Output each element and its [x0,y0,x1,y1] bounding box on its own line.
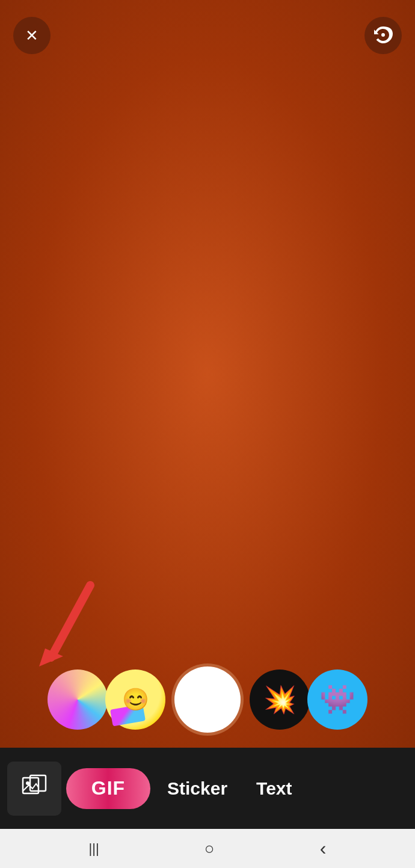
svg-marker-3 [39,648,63,666]
filter-ball-colorful[interactable] [48,669,108,730]
smiley-emoji: 😊 [122,689,149,710]
text-button[interactable]: Text [244,768,304,809]
bottom-toolbar: GIF Sticker Text [0,748,415,829]
svg-point-0 [381,33,385,37]
gif-label: GIF [91,777,125,799]
filter-ball-smiley[interactable]: 😊 [105,669,165,730]
svg-line-2 [51,585,90,657]
sticker-label: Sticker [167,778,227,799]
close-icon: ✕ [25,28,38,43]
recents-nav-icon[interactable]: ||| [89,841,99,857]
home-nav-icon[interactable]: ○ [204,839,215,858]
flip-camera-button[interactable] [364,17,402,54]
system-nav-bar: ||| ○ ‹ [0,829,415,868]
camera-view: ✕ 😊 💥 [0,0,415,748]
back-nav-icon[interactable]: ‹ [320,837,327,860]
sticker-button[interactable]: Sticker [155,768,239,809]
filter-ball-explosion[interactable]: 💥 [250,669,310,730]
explosion-emoji: 💥 [263,686,297,713]
close-button[interactable]: ✕ [13,17,51,54]
text-label: Text [256,778,292,799]
gallery-icon [22,773,47,804]
gif-button[interactable]: GIF [66,768,150,809]
monster-emoji: 👾 [319,685,355,714]
flip-camera-icon [374,24,393,47]
shutter-button[interactable] [171,663,244,736]
red-arrow [36,579,102,669]
filter-ball-monster[interactable]: 👾 [307,669,367,730]
gallery-button[interactable] [7,762,61,816]
